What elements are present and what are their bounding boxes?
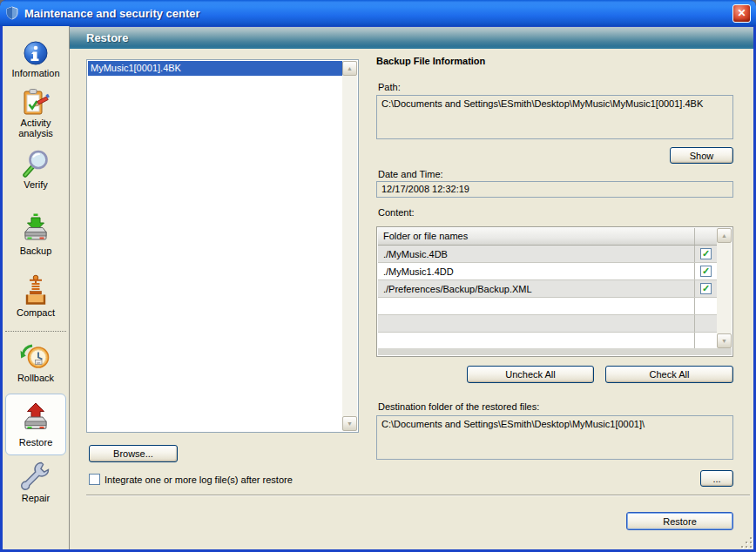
list-scrollbar[interactable]: ▲ ▼: [342, 61, 357, 431]
resize-grip[interactable]: [740, 536, 752, 548]
sidebar-divider: [5, 331, 66, 332]
table-bottom-strip: [378, 348, 732, 355]
title-bar[interactable]: Maintenance and security center ✕: [0, 0, 756, 26]
table-scrollbar[interactable]: ▲ ▼: [717, 228, 732, 348]
scroll-up-icon[interactable]: ▲: [717, 228, 732, 243]
verify-icon: [21, 148, 51, 178]
table-row-empty: [378, 315, 717, 333]
column-header[interactable]: Folder or file names: [378, 228, 694, 245]
integrate-log-label: Integrate one or more log file(s) after …: [105, 475, 293, 485]
sidebar-label: Compact: [17, 307, 55, 318]
scroll-up-icon[interactable]: ▲: [342, 61, 357, 76]
datetime-field: 12/17/2008 12:32:19: [376, 181, 733, 198]
list-item[interactable]: MyMusic1[0001].4BK: [88, 61, 342, 76]
sidebar-item-verify[interactable]: Verify: [3, 148, 69, 190]
content-label: Content:: [378, 207, 415, 218]
scroll-down-icon[interactable]: ▼: [342, 416, 357, 431]
path-field: C:\Documents and Settings\ESmith\Desktop…: [376, 95, 733, 139]
repair-icon: [20, 460, 51, 492]
show-button[interactable]: Show: [670, 147, 733, 164]
table-row-empty: [378, 333, 717, 350]
sidebar-label: Repair: [22, 493, 50, 503]
table-row[interactable]: ./Preferences/Backup/Backup.XML ✓: [378, 280, 717, 298]
window-body: Information Activity analysis: [3, 26, 753, 549]
restore-icon: [20, 401, 51, 436]
check-all-button[interactable]: Check All: [605, 366, 733, 383]
sidebar-item-backup[interactable]: Backup: [3, 213, 69, 256]
sidebar: Information Activity analysis: [3, 26, 70, 549]
row-checkbox[interactable]: ✓: [700, 248, 712, 259]
browse-button[interactable]: Browse...: [89, 445, 178, 462]
window-title: Maintenance and security center: [24, 7, 732, 20]
path-label: Path:: [378, 82, 401, 92]
content-table: Folder or file names ./MyMusic.4DB ✓ ./M…: [376, 226, 733, 357]
datetime-label: Date and Time:: [378, 169, 443, 179]
row-checkbox[interactable]: ✓: [700, 266, 712, 277]
sidebar-label: Rollback: [17, 373, 54, 383]
row-checkbox[interactable]: ✓: [700, 283, 712, 294]
choose-destination-button[interactable]: ...: [700, 470, 733, 487]
compact-icon: [20, 274, 51, 306]
shield-icon: [5, 6, 19, 20]
uncheck-all-button[interactable]: Uncheck All: [467, 366, 594, 383]
integrate-log-checkbox[interactable]: [89, 474, 100, 485]
table-row[interactable]: ./MyMusic.4DB ✓: [378, 246, 717, 263]
sidebar-item-restore[interactable]: Restore: [5, 394, 66, 455]
sidebar-label: Information: [11, 68, 59, 78]
file-name: ./Preferences/Backup/Backup.XML: [378, 280, 694, 297]
information-icon: [23, 40, 49, 67]
bottom-divider: [86, 495, 750, 496]
sidebar-item-compact[interactable]: Compact: [3, 274, 69, 318]
sidebar-label: Backup: [20, 246, 52, 256]
close-button[interactable]: ✕: [732, 4, 751, 23]
section-header: Restore: [70, 26, 753, 49]
destination-label: Destination folder of the restored files…: [378, 401, 539, 412]
scroll-down-icon[interactable]: ▼: [717, 333, 732, 348]
table-row[interactable]: ./MyMusic1.4DD ✓: [378, 263, 717, 280]
sidebar-label: Verify: [24, 179, 48, 190]
sidebar-item-activity-analysis[interactable]: Activity analysis: [3, 87, 69, 138]
file-name: ./MyMusic1.4DD: [378, 263, 694, 279]
table-row-empty: [378, 298, 717, 315]
sidebar-label: Activity analysis: [11, 118, 60, 138]
backup-icon: [20, 213, 51, 245]
restore-panel: Restore MyMusic1[0001].4BK ▲ ▼ Browse...…: [70, 26, 753, 549]
checkbox-column-header: [694, 228, 717, 245]
activity-analysis-icon: [20, 87, 51, 117]
sidebar-item-rollback[interactable]: on Rollback: [3, 340, 69, 383]
rollback-icon: on: [20, 340, 51, 372]
sidebar-label: Restore: [19, 437, 53, 448]
sidebar-item-repair[interactable]: Repair: [3, 460, 69, 503]
destination-field[interactable]: C:\Documents and Settings\ESmith\Desktop…: [376, 415, 733, 460]
backup-file-list[interactable]: MyMusic1[0001].4BK ▲ ▼: [86, 59, 359, 433]
svg-text:on: on: [37, 361, 40, 365]
table-header-row[interactable]: Folder or file names: [378, 228, 717, 246]
log-checkbox-row: Integrate one or more log file(s) after …: [89, 474, 293, 485]
backup-file-info-title: Backup File Information: [376, 56, 485, 66]
file-name: ./MyMusic.4DB: [378, 246, 694, 262]
restore-button[interactable]: Restore: [626, 512, 733, 530]
sidebar-item-information[interactable]: Information: [3, 40, 69, 78]
maintenance-security-window: Maintenance and security center ✕ Inform…: [0, 0, 756, 552]
